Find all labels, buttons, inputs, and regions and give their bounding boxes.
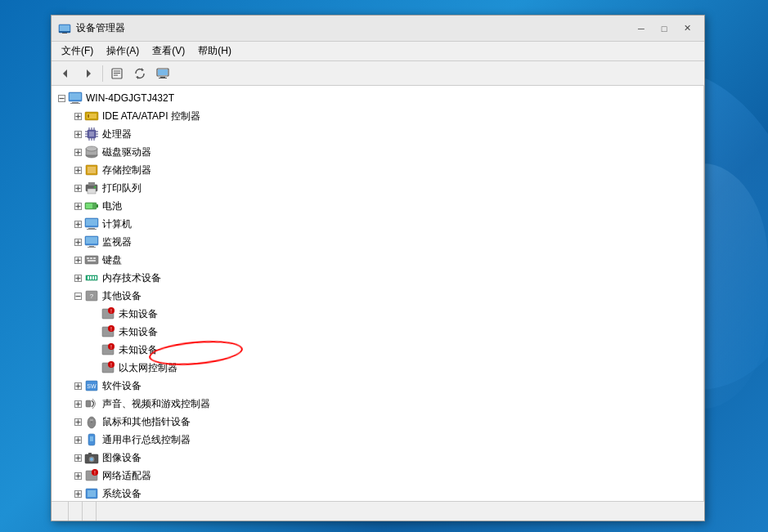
expand-icon[interactable] bbox=[71, 127, 84, 141]
expand-icon[interactable] bbox=[71, 253, 84, 266]
expand-icon[interactable] bbox=[71, 469, 84, 482]
expand-icon[interactable] bbox=[71, 415, 84, 428]
close-button[interactable]: ✕ bbox=[676, 20, 698, 37]
tree-item-unknown1[interactable]: !未知设备 bbox=[52, 305, 703, 323]
tree-item-label-imaging: 图像设备 bbox=[102, 451, 141, 465]
tree-item-ethernet[interactable]: !以太网控制器 bbox=[52, 359, 703, 377]
tree-item-label-battery: 电池 bbox=[102, 199, 122, 213]
tree-item-label-computer: 计算机 bbox=[102, 217, 132, 231]
svg-rect-152 bbox=[88, 490, 96, 497]
minimize-button[interactable]: ─ bbox=[631, 20, 652, 37]
tree-item-root[interactable]: WIN-4DGJGTJ432T bbox=[52, 89, 703, 107]
tree-item-ide[interactable]: IDE ATA/ATAPI 控制器 bbox=[52, 107, 703, 125]
tree-item-memory[interactable]: 内存技术设备 bbox=[52, 269, 703, 287]
svg-rect-134 bbox=[90, 436, 93, 441]
svg-rect-98 bbox=[95, 276, 97, 279]
toolbar-properties-button[interactable] bbox=[106, 64, 128, 83]
svg-text:?: ? bbox=[90, 293, 94, 300]
svg-rect-15 bbox=[159, 78, 167, 78]
computer-icon bbox=[84, 217, 99, 231]
svg-rect-61 bbox=[88, 189, 96, 194]
tree-item-netadapter[interactable]: !网络适配器 bbox=[52, 467, 703, 485]
expand-icon[interactable] bbox=[71, 181, 84, 194]
svg-text:!: ! bbox=[110, 344, 112, 350]
tree-item-serial[interactable]: 通用串行总线控制器 bbox=[52, 431, 703, 449]
sound-icon bbox=[84, 396, 99, 411]
expand-icon[interactable] bbox=[71, 145, 84, 159]
printer-icon bbox=[84, 181, 99, 195]
svg-marker-10 bbox=[141, 68, 144, 71]
tree-item-label-ethernet: 以太网控制器 bbox=[119, 361, 177, 375]
status-segment-2 bbox=[69, 502, 83, 521]
tree-item-unknown2[interactable]: !未知设备 bbox=[52, 323, 703, 341]
expand-icon[interactable] bbox=[71, 163, 84, 177]
status-segment-1 bbox=[55, 502, 69, 521]
svg-marker-11 bbox=[136, 76, 138, 79]
expand-icon[interactable] bbox=[71, 397, 84, 410]
expand-icon[interactable] bbox=[71, 110, 84, 123]
tree-item-software[interactable]: SW软件设备 bbox=[52, 377, 703, 395]
tree-item-other[interactable]: ?其他设备 bbox=[52, 287, 703, 305]
tree-item-unknown3[interactable]: !未知设备 bbox=[52, 341, 703, 359]
tree-panel[interactable]: WIN-4DGJGTJ432TIDE ATA/ATAPI 控制器处理器磁盘驱动器… bbox=[52, 86, 704, 501]
tree-item-disk[interactable]: 磁盘驱动器 bbox=[52, 143, 703, 161]
svg-rect-1 bbox=[60, 25, 70, 31]
toolbar-monitor-button[interactable] bbox=[152, 64, 173, 83]
toolbar-back-button[interactable] bbox=[55, 64, 76, 83]
menu-help[interactable]: 帮助(H) bbox=[191, 42, 238, 60]
tree-item-computer[interactable]: 计算机 bbox=[52, 215, 703, 233]
tree-item-print[interactable]: 打印队列 bbox=[52, 179, 703, 197]
svg-rect-80 bbox=[86, 237, 97, 244]
monitor-icon bbox=[84, 235, 99, 249]
tree-item-cpu[interactable]: 处理器 bbox=[52, 125, 703, 143]
expand-icon[interactable] bbox=[71, 487, 84, 500]
collapse-icon[interactable] bbox=[71, 289, 84, 302]
tree-item-label-netadapter: 网络适配器 bbox=[102, 469, 151, 483]
status-segment-3 bbox=[83, 502, 97, 521]
svg-rect-75 bbox=[87, 229, 97, 230]
tree-item-keyboard[interactable]: 键盘 bbox=[52, 251, 703, 269]
toolbar-forward-button[interactable] bbox=[78, 64, 99, 83]
collapse-icon[interactable] bbox=[55, 92, 68, 105]
expand-icon[interactable] bbox=[71, 451, 84, 464]
tree-item-label-software: 软件设备 bbox=[102, 379, 141, 393]
tree-item-sound[interactable]: 声音、视频和游戏控制器 bbox=[52, 395, 703, 413]
tree-item-imaging[interactable]: 图像设备 bbox=[52, 449, 703, 467]
memory-icon bbox=[84, 270, 99, 285]
tree-item-label-ide: IDE ATA/ATAPI 控制器 bbox=[102, 110, 200, 123]
expand-icon[interactable] bbox=[71, 433, 84, 446]
expand-icon[interactable] bbox=[71, 379, 84, 392]
expand-icon[interactable] bbox=[71, 271, 84, 284]
tree-item-label-system: 系统设备 bbox=[102, 487, 141, 501]
menu-view[interactable]: 查看(V) bbox=[146, 42, 191, 60]
window-icon bbox=[58, 22, 71, 35]
tree-item-system[interactable]: 系统设备 bbox=[52, 485, 703, 501]
svg-text:SW: SW bbox=[87, 383, 97, 389]
svg-rect-67 bbox=[97, 204, 98, 208]
expand-icon[interactable] bbox=[71, 217, 84, 230]
toolbar bbox=[52, 61, 704, 86]
tree-item-storage[interactable]: 存储控制器 bbox=[52, 161, 703, 179]
svg-rect-68 bbox=[86, 203, 92, 208]
menu-action[interactable]: 操作(A) bbox=[100, 42, 146, 60]
svg-marker-4 bbox=[63, 69, 67, 78]
expand-icon[interactable] bbox=[71, 199, 84, 212]
tree-item-label-unknown1: 未知设备 bbox=[119, 307, 158, 321]
expand-icon[interactable] bbox=[71, 235, 84, 248]
svg-rect-97 bbox=[92, 276, 94, 279]
toolbar-refresh-button[interactable] bbox=[129, 64, 150, 83]
svg-rect-3 bbox=[62, 33, 67, 34]
menu-file[interactable]: 文件(F) bbox=[55, 42, 100, 60]
disk-icon bbox=[84, 145, 99, 159]
maximize-button[interactable]: □ bbox=[653, 20, 675, 37]
tree-item-mouse[interactable]: 鼠标和其他指针设备 bbox=[52, 413, 703, 431]
svg-rect-88 bbox=[90, 257, 92, 259]
svg-rect-27 bbox=[88, 114, 89, 118]
svg-point-50 bbox=[86, 146, 97, 151]
svg-rect-13 bbox=[158, 69, 168, 75]
svg-marker-5 bbox=[87, 69, 91, 78]
svg-rect-55 bbox=[88, 167, 96, 173]
tree-item-monitor[interactable]: 监视器 bbox=[52, 233, 703, 251]
mouse-icon bbox=[84, 414, 99, 429]
tree-item-battery[interactable]: 电池 bbox=[52, 197, 703, 215]
